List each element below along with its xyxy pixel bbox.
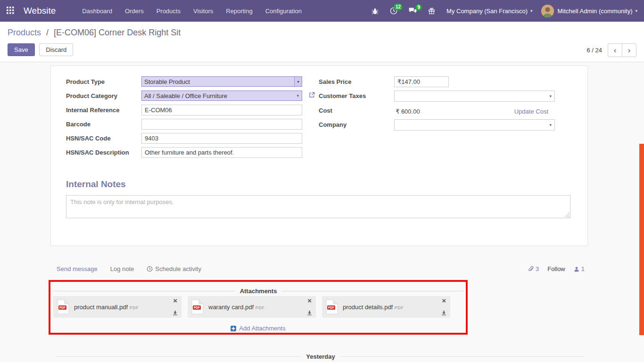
delete-attachment-icon[interactable]: × <box>442 296 446 305</box>
clock-icon <box>147 266 153 272</box>
schedule-activity-button[interactable]: Schedule activity <box>147 265 201 272</box>
attachment-type: PDF <box>395 305 404 310</box>
external-link-icon[interactable] <box>309 92 315 99</box>
delete-attachment-icon[interactable]: × <box>173 296 177 305</box>
schedule-activity-label: Schedule activity <box>155 265 201 272</box>
field-row-customer-taxes: Customer Taxes ▾ <box>319 90 555 102</box>
update-cost-link[interactable]: Update Cost <box>514 108 548 115</box>
follow-button[interactable]: Follow <box>547 265 565 272</box>
company-name: My Company (San Francisco) <box>446 8 528 15</box>
customer-taxes-label-text: Customer Taxes <box>319 92 366 99</box>
scrollbar-thumb[interactable] <box>639 144 644 335</box>
attachment-name[interactable]: product manuall.pdf <box>74 304 128 311</box>
field-row-company: Company ▾ <box>319 119 555 131</box>
form-view: Product Type Storable Product ▾ Product … <box>0 62 644 362</box>
pdf-file-icon: PDF <box>191 299 204 314</box>
add-attachments-label: Add Attachments <box>239 325 285 332</box>
attachment-card: PDF product details.pdf PDF × <box>322 296 450 318</box>
field-row-internal-reference: Internal Reference <box>66 105 302 115</box>
product-category-select[interactable]: All / Saleable / Office Furniture ▾ <box>141 90 302 101</box>
attachment-type: PDF <box>256 305 265 310</box>
plus-icon <box>231 326 236 331</box>
attachment-card: PDF waranty card.pdf PDF × <box>188 296 316 318</box>
customer-taxes-label: Customer Taxes <box>319 90 394 102</box>
record-pager: 6 / 24 ‹ › <box>586 43 636 57</box>
sales-price-input[interactable] <box>394 76 449 87</box>
customer-taxes-select[interactable]: ▾ <box>394 90 555 102</box>
field-row-cost: Cost ₹ 600.00 Update Cost <box>319 105 555 116</box>
product-type-select[interactable]: Storable Product ▾ <box>141 76 302 87</box>
svg-text:PDF: PDF <box>194 306 200 309</box>
date-divider-label: Yesterday <box>306 353 335 360</box>
app-name[interactable]: Website <box>24 6 56 16</box>
systray: 12 9 My Company (San Francisco) ▾ <box>372 5 637 17</box>
internal-notes-textarea[interactable] <box>66 195 570 218</box>
add-attachments-row: Add Attachments <box>49 325 468 333</box>
hsn-description-input[interactable] <box>141 147 302 158</box>
hsn-code-input[interactable] <box>141 133 302 144</box>
field-row-sales-price: Sales Price <box>319 76 555 87</box>
delete-attachment-icon[interactable]: × <box>307 296 312 305</box>
messages-badge: 9 <box>415 4 422 11</box>
pager-previous-button[interactable]: ‹ <box>608 43 622 57</box>
download-attachment-icon[interactable] <box>307 310 312 315</box>
followers-toggle[interactable]: 1 <box>574 265 585 272</box>
field-row-hsn-description: HSN/SAC Description <box>66 147 302 158</box>
log-note-button[interactable]: Log note <box>110 265 134 272</box>
attachment-name[interactable]: waranty card.pdf <box>208 304 254 311</box>
pager-count: 6 / 24 <box>586 47 602 54</box>
chevron-down-icon: ▾ <box>530 8 533 13</box>
download-attachment-icon[interactable] <box>441 310 446 315</box>
avatar <box>541 5 554 17</box>
select-arrow-icon[interactable]: ▾ <box>294 77 302 86</box>
hsn-description-label: HSN/SAC Description <box>66 147 141 158</box>
field-row-barcode: Barcode <box>66 119 302 130</box>
apps-grid-icon[interactable] <box>7 7 15 15</box>
company-label: Company <box>319 119 394 131</box>
chatter-topbar-right: 3 Follow 1 <box>528 265 585 272</box>
breadcrumb-current: [E-COM06] Corner Desk Right Sit <box>54 28 181 37</box>
user-name: Mitchell Admin (community) <box>558 8 633 15</box>
nav-item-products[interactable]: Products <box>157 8 181 15</box>
product-type-value: Storable Product <box>144 78 190 85</box>
internal-reference-input[interactable] <box>141 105 302 115</box>
nav-item-reporting[interactable]: Reporting <box>226 8 252 15</box>
nav-item-visitors[interactable]: Visitors <box>193 8 213 15</box>
attachment-list: PDF product manuall.pdf PDF × <box>53 296 450 318</box>
nav-item-dashboard[interactable]: Dashboard <box>82 8 112 15</box>
attachment-card: PDF product manuall.pdf PDF × <box>53 296 182 318</box>
save-button[interactable]: Save <box>8 43 35 56</box>
chatter-actions: Send message Log note Schedule activity <box>57 265 214 272</box>
messages-chat-icon[interactable]: 9 <box>409 8 417 14</box>
attachment-type: PDF <box>130 305 139 310</box>
nav-item-configuration[interactable]: Configuration <box>265 8 302 15</box>
attachments-toggle[interactable]: 3 <box>528 265 539 272</box>
left-field-group: Product Type Storable Product ▾ Product … <box>66 76 302 161</box>
breadcrumb-products-link[interactable]: Products <box>8 28 41 37</box>
gift-icon[interactable] <box>428 8 435 15</box>
field-row-hsn-code: HSN/SAC Code <box>66 133 302 144</box>
download-attachment-icon[interactable] <box>173 310 178 315</box>
internal-reference-label: Internal Reference <box>66 105 141 115</box>
attachment-name[interactable]: product details.pdf <box>343 304 393 311</box>
sales-price-label: Sales Price <box>319 76 394 87</box>
barcode-input[interactable] <box>141 119 302 130</box>
send-message-button[interactable]: Send message <box>57 265 98 272</box>
cost-value: ₹ 600.00 <box>394 108 420 115</box>
cost-label: Cost <box>319 105 394 116</box>
debug-bug-icon[interactable] <box>372 8 379 15</box>
activities-clock-icon[interactable]: 12 <box>390 7 397 15</box>
company-switcher[interactable]: My Company (San Francisco) ▾ <box>446 8 532 15</box>
user-menu[interactable]: Mitchell Admin (community) ▾ <box>541 5 637 17</box>
followers-count: 1 <box>581 265 585 272</box>
product-category-value: All / Saleable / Office Furniture <box>144 92 227 99</box>
nav-item-orders[interactable]: Orders <box>125 8 144 15</box>
company-select[interactable]: ▾ <box>394 119 555 131</box>
discard-button[interactable]: Discard <box>39 43 73 56</box>
form-sheet: Product Type Storable Product ▾ Product … <box>50 66 588 246</box>
pager-next-button[interactable]: › <box>622 43 636 57</box>
add-attachments-button[interactable]: Add Attachments <box>231 325 285 332</box>
chevron-down-icon: ▾ <box>546 94 554 99</box>
attachments-title: Attachments <box>240 288 277 295</box>
product-type-label: Product Type <box>66 76 141 87</box>
